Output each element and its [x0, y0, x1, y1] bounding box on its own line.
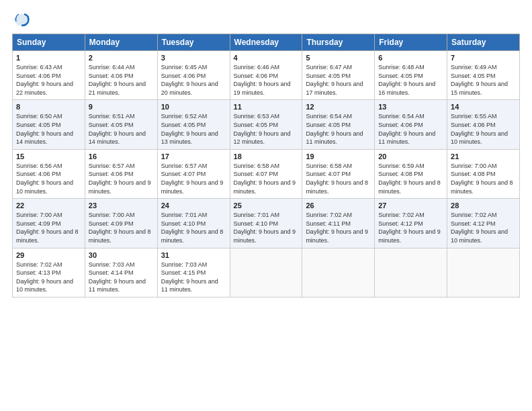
day-detail: Sunrise: 7:02 AMSunset: 4:11 PMDaylight:… — [306, 211, 371, 244]
day-detail: Sunrise: 6:58 AMSunset: 4:07 PMDaylight:… — [306, 162, 371, 195]
day-detail: Sunrise: 6:59 AMSunset: 4:08 PMDaylight:… — [378, 162, 443, 195]
day-number: 9 — [89, 103, 154, 111]
calendar-cell: 14Sunrise: 6:55 AMSunset: 4:06 PMDayligh… — [447, 100, 520, 149]
day-detail: Sunrise: 6:44 AMSunset: 4:06 PMDaylight:… — [89, 63, 154, 97]
calendar-cell: 18Sunrise: 6:58 AMSunset: 4:07 PMDayligh… — [230, 149, 302, 198]
day-number: 17 — [161, 152, 226, 161]
calendar-cell: 24Sunrise: 7:01 AMSunset: 4:10 PMDayligh… — [157, 199, 230, 248]
day-number: 20 — [378, 152, 443, 161]
day-number: 13 — [378, 103, 443, 111]
logo — [12, 12, 34, 27]
day-number: 16 — [89, 152, 154, 161]
day-detail: Sunrise: 6:51 AMSunset: 4:05 PMDaylight:… — [89, 112, 154, 146]
calendar-cell — [230, 248, 302, 297]
calendar-cell — [447, 248, 520, 297]
calendar-cell: 29Sunrise: 7:02 AMSunset: 4:13 PMDayligh… — [13, 248, 85, 297]
weekday-header-sunday: Sunday — [13, 34, 85, 51]
weekday-header-row: SundayMondayTuesdayWednesdayThursdayFrid… — [13, 34, 520, 51]
day-detail: Sunrise: 7:02 AMSunset: 4:12 PMDaylight:… — [451, 211, 516, 244]
day-detail: Sunrise: 6:56 AMSunset: 4:06 PMDaylight:… — [16, 162, 81, 195]
day-detail: Sunrise: 6:55 AMSunset: 4:06 PMDaylight:… — [451, 112, 516, 146]
day-number: 15 — [16, 152, 81, 161]
day-number: 28 — [451, 201, 516, 210]
header — [12, 12, 520, 27]
calendar-cell: 15Sunrise: 6:56 AMSunset: 4:06 PMDayligh… — [13, 149, 85, 198]
day-detail: Sunrise: 6:47 AMSunset: 4:05 PMDaylight:… — [306, 63, 371, 97]
weekday-header-saturday: Saturday — [447, 34, 520, 51]
calendar-cell: 10Sunrise: 6:52 AMSunset: 4:05 PMDayligh… — [157, 100, 230, 149]
day-detail: Sunrise: 6:54 AMSunset: 4:06 PMDaylight:… — [378, 112, 443, 146]
day-detail: Sunrise: 6:57 AMSunset: 4:07 PMDaylight:… — [161, 162, 226, 195]
calendar-week-row: 15Sunrise: 6:56 AMSunset: 4:06 PMDayligh… — [13, 149, 520, 198]
calendar-cell: 31Sunrise: 7:03 AMSunset: 4:15 PMDayligh… — [157, 248, 230, 297]
calendar-cell: 20Sunrise: 6:59 AMSunset: 4:08 PMDayligh… — [375, 149, 447, 198]
calendar-cell: 12Sunrise: 6:54 AMSunset: 4:05 PMDayligh… — [302, 100, 375, 149]
day-number: 14 — [451, 103, 516, 111]
day-number: 31 — [161, 251, 226, 259]
day-detail: Sunrise: 7:01 AMSunset: 4:10 PMDaylight:… — [234, 211, 299, 244]
calendar-cell: 4Sunrise: 6:46 AMSunset: 4:06 PMDaylight… — [230, 51, 302, 100]
day-detail: Sunrise: 7:00 AMSunset: 4:09 PMDaylight:… — [16, 211, 81, 244]
day-detail: Sunrise: 7:00 AMSunset: 4:08 PMDaylight:… — [451, 162, 516, 195]
calendar-table: SundayMondayTuesdayWednesdayThursdayFrid… — [12, 34, 520, 298]
day-number: 30 — [89, 251, 154, 259]
day-detail: Sunrise: 6:57 AMSunset: 4:06 PMDaylight:… — [89, 162, 154, 195]
calendar-cell: 9Sunrise: 6:51 AMSunset: 4:05 PMDaylight… — [85, 100, 157, 149]
day-number: 21 — [451, 152, 516, 161]
day-detail: Sunrise: 6:49 AMSunset: 4:05 PMDaylight:… — [451, 63, 516, 97]
calendar-cell: 8Sunrise: 6:50 AMSunset: 4:05 PMDaylight… — [13, 100, 85, 149]
calendar-cell: 5Sunrise: 6:47 AMSunset: 4:05 PMDaylight… — [302, 51, 375, 100]
day-detail: Sunrise: 7:02 AMSunset: 4:12 PMDaylight:… — [378, 211, 443, 244]
calendar-cell: 11Sunrise: 6:53 AMSunset: 4:05 PMDayligh… — [230, 100, 302, 149]
calendar-cell: 27Sunrise: 7:02 AMSunset: 4:12 PMDayligh… — [375, 199, 447, 248]
day-detail: Sunrise: 7:03 AMSunset: 4:14 PMDaylight:… — [89, 261, 154, 294]
calendar-week-row: 8Sunrise: 6:50 AMSunset: 4:05 PMDaylight… — [13, 100, 520, 149]
calendar-week-row: 1Sunrise: 6:43 AMSunset: 4:06 PMDaylight… — [13, 51, 520, 100]
calendar-week-row: 29Sunrise: 7:02 AMSunset: 4:13 PMDayligh… — [13, 248, 520, 297]
weekday-header-wednesday: Wednesday — [230, 34, 302, 51]
calendar-cell: 1Sunrise: 6:43 AMSunset: 4:06 PMDaylight… — [13, 51, 85, 100]
calendar-cell: 21Sunrise: 7:00 AMSunset: 4:08 PMDayligh… — [447, 149, 520, 198]
day-number: 2 — [89, 54, 154, 62]
calendar-cell: 13Sunrise: 6:54 AMSunset: 4:06 PMDayligh… — [375, 100, 447, 149]
day-number: 6 — [378, 54, 443, 62]
weekday-header-tuesday: Tuesday — [157, 34, 230, 51]
logo-icon — [12, 12, 31, 27]
day-number: 10 — [161, 103, 226, 111]
weekday-header-monday: Monday — [85, 34, 157, 51]
day-number: 27 — [378, 201, 443, 210]
calendar-cell: 19Sunrise: 6:58 AMSunset: 4:07 PMDayligh… — [302, 149, 375, 198]
calendar-cell: 16Sunrise: 6:57 AMSunset: 4:06 PMDayligh… — [85, 149, 157, 198]
day-number: 11 — [234, 103, 299, 111]
weekday-header-thursday: Thursday — [302, 34, 375, 51]
day-number: 1 — [16, 54, 81, 62]
day-number: 3 — [161, 54, 226, 62]
day-number: 22 — [16, 201, 81, 210]
day-detail: Sunrise: 6:50 AMSunset: 4:05 PMDaylight:… — [16, 112, 81, 146]
day-detail: Sunrise: 7:00 AMSunset: 4:09 PMDaylight:… — [89, 211, 154, 244]
day-number: 29 — [16, 251, 81, 259]
day-number: 18 — [234, 152, 299, 161]
day-detail: Sunrise: 6:58 AMSunset: 4:07 PMDaylight:… — [234, 162, 299, 195]
day-number: 25 — [234, 201, 299, 210]
weekday-header-friday: Friday — [375, 34, 447, 51]
calendar-week-row: 22Sunrise: 7:00 AMSunset: 4:09 PMDayligh… — [13, 199, 520, 248]
calendar-cell — [375, 248, 447, 297]
day-number: 19 — [306, 152, 371, 161]
day-detail: Sunrise: 7:03 AMSunset: 4:15 PMDaylight:… — [161, 261, 226, 294]
day-detail: Sunrise: 6:45 AMSunset: 4:06 PMDaylight:… — [161, 63, 226, 97]
day-number: 12 — [306, 103, 371, 111]
day-detail: Sunrise: 6:46 AMSunset: 4:06 PMDaylight:… — [234, 63, 299, 97]
calendar-cell: 26Sunrise: 7:02 AMSunset: 4:11 PMDayligh… — [302, 199, 375, 248]
day-detail: Sunrise: 6:43 AMSunset: 4:06 PMDaylight:… — [16, 63, 81, 97]
calendar-cell — [302, 248, 375, 297]
calendar-cell: 25Sunrise: 7:01 AMSunset: 4:10 PMDayligh… — [230, 199, 302, 248]
calendar-cell: 22Sunrise: 7:00 AMSunset: 4:09 PMDayligh… — [13, 199, 85, 248]
day-number: 24 — [161, 201, 226, 210]
day-number: 26 — [306, 201, 371, 210]
day-detail: Sunrise: 7:01 AMSunset: 4:10 PMDaylight:… — [161, 211, 226, 244]
calendar-cell: 30Sunrise: 7:03 AMSunset: 4:14 PMDayligh… — [85, 248, 157, 297]
page: SundayMondayTuesdayWednesdayThursdayFrid… — [0, 0, 532, 411]
day-number: 4 — [234, 54, 299, 62]
day-number: 8 — [16, 103, 81, 111]
